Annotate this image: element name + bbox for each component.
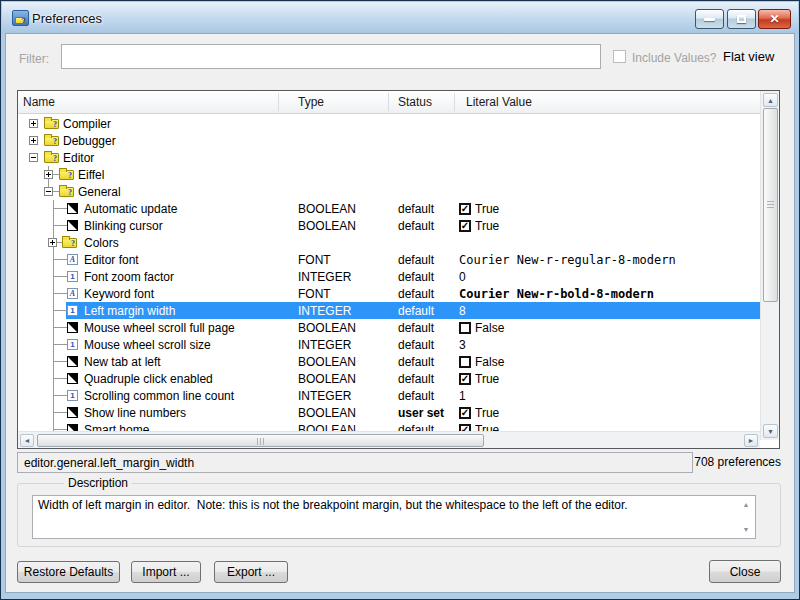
boolean-type-icon (67, 220, 78, 231)
minimize-button[interactable] (695, 9, 724, 29)
scroll-down-icon[interactable]: ▼ (739, 523, 753, 536)
column-header-literal-value[interactable]: Literal Value (466, 95, 532, 109)
preference-name: Keyword font (84, 287, 154, 301)
tree-header: Name Type Status Literal Value (18, 91, 760, 114)
checked-checkbox-icon[interactable]: ✓ (459, 373, 471, 385)
include-values-checkbox[interactable] (613, 50, 626, 63)
preference-value: Courier New-r-bold-8-modern (459, 285, 654, 302)
tree-row[interactable]: ?Eiffel (18, 166, 760, 183)
column-separator[interactable] (388, 93, 389, 111)
tree-row[interactable]: Smart homeBOOLEANdefault✓True (18, 421, 760, 431)
description-text-area[interactable]: Width of left margin in editor. Note: th… (32, 495, 756, 539)
maximize-button[interactable] (727, 9, 756, 29)
expand-icon[interactable] (48, 238, 57, 247)
preference-value: 0 (459, 268, 466, 285)
window-title: Preferences (32, 11, 102, 26)
export-button[interactable]: Export ... (214, 561, 288, 583)
close-button[interactable]: ✕ (758, 9, 791, 29)
preference-name: Scrolling common line count (84, 389, 234, 403)
integer-type-icon: 1 (67, 271, 78, 282)
tree-row[interactable]: Quadruple click enabledBOOLEANdefault✓Tr… (18, 370, 760, 387)
preference-value: 1 (459, 387, 466, 404)
tree-row[interactable]: ?Colors (18, 234, 760, 251)
tree-connector-line (53, 208, 68, 209)
preference-type: INTEGER (298, 304, 351, 318)
preference-name: Smart home (84, 423, 149, 431)
checked-checkbox-icon[interactable]: ✓ (459, 424, 471, 432)
filter-input[interactable] (61, 44, 601, 69)
scroll-down-icon[interactable]: ▼ (763, 424, 778, 438)
column-separator[interactable] (278, 93, 279, 111)
preference-type: BOOLEAN (298, 219, 356, 233)
preference-value: 8 (459, 302, 466, 319)
preference-type: BOOLEAN (298, 406, 356, 420)
collapse-icon[interactable] (44, 187, 53, 196)
tree-row[interactable]: ?Debugger (18, 132, 760, 149)
tree-row[interactable]: Show line numbersBOOLEANuser set✓True (18, 404, 760, 421)
preference-status: default (398, 338, 434, 352)
checked-checkbox-icon[interactable]: ✓ (459, 220, 471, 232)
checked-checkbox-icon[interactable]: ✓ (459, 407, 471, 419)
scroll-right-icon[interactable]: ► (744, 434, 758, 447)
horizontal-scrollbar-thumb[interactable] (37, 434, 484, 447)
tree-row[interactable]: ?General (18, 183, 760, 200)
tree-row[interactable]: Blinking cursorBOOLEANdefault✓True (18, 217, 760, 234)
unchecked-checkbox-icon[interactable] (459, 322, 471, 334)
preference-name: Compiler (63, 117, 111, 131)
tree-connector-line (53, 361, 68, 362)
unchecked-checkbox-icon[interactable] (459, 356, 471, 368)
column-separator[interactable] (454, 93, 455, 111)
preference-name: Colors (84, 236, 119, 250)
boolean-type-icon (67, 203, 78, 214)
close-icon: ✕ (769, 13, 779, 25)
preference-status: default (398, 287, 434, 301)
expand-icon[interactable] (29, 136, 38, 145)
tree-row[interactable]: 1Mouse wheel scroll sizeINTEGERdefault3 (18, 336, 760, 353)
title-bar[interactable]: ? Preferences (2, 2, 798, 33)
tree-row[interactable]: 1Left margin widthINTEGERdefault8 (18, 302, 760, 319)
checked-checkbox-icon[interactable]: ✓ (459, 203, 471, 215)
tree-connector-line (53, 293, 68, 294)
horizontal-scrollbar[interactable]: ◄ ► (18, 431, 760, 448)
tree-row[interactable]: AEditor fontFONTdefaultCourier New-r-reg… (18, 251, 760, 268)
tree-row[interactable]: Mouse wheel scroll full pageBOOLEANdefau… (18, 319, 760, 336)
tree-row[interactable]: 1Scrolling common line countINTEGERdefau… (18, 387, 760, 404)
tree-connector-line (53, 344, 68, 345)
maximize-icon (737, 15, 746, 23)
scroll-left-icon[interactable]: ◄ (20, 434, 34, 447)
vertical-scrollbar[interactable]: ▲ ▼ (760, 91, 779, 440)
preference-name: Editor (63, 151, 94, 165)
preferences-window: ? Preferences ✕ Filter: Include Values? … (0, 0, 800, 600)
import-button[interactable]: Import ... (131, 561, 201, 583)
preference-name: Mouse wheel scroll size (84, 338, 211, 352)
preference-name: Blinking cursor (84, 219, 163, 233)
column-header-status[interactable]: Status (398, 95, 432, 109)
preference-value: False (459, 353, 504, 370)
vertical-scrollbar-thumb[interactable] (763, 108, 778, 302)
expand-icon[interactable] (44, 170, 53, 179)
preference-name: Font zoom factor (84, 270, 174, 284)
tree-row[interactable]: AKeyword fontFONTdefaultCourier New-r-bo… (18, 285, 760, 302)
close-dialog-button[interactable]: Close (709, 560, 781, 583)
tree-row[interactable]: 1Font zoom factorINTEGERdefault0 (18, 268, 760, 285)
restore-defaults-button[interactable]: Restore Defaults (17, 561, 120, 583)
description-group: Description Width of left margin in edit… (17, 483, 781, 547)
scroll-up-icon[interactable]: ▲ (763, 93, 778, 107)
preference-value: 3 (459, 336, 466, 353)
tree-connector-line (53, 259, 68, 260)
column-header-type[interactable]: Type (298, 95, 324, 109)
column-header-name[interactable]: Name (23, 95, 55, 109)
tree-row[interactable]: ?Editor (18, 149, 760, 166)
scroll-up-icon[interactable]: ▲ (739, 498, 753, 511)
expand-icon[interactable] (29, 119, 38, 128)
tree-row[interactable]: New tab at leftBOOLEANdefaultFalse (18, 353, 760, 370)
tree-connector-line (53, 395, 68, 396)
tree-row[interactable]: ?Compiler (18, 115, 760, 132)
boolean-type-icon (67, 424, 78, 431)
collapse-icon[interactable] (29, 153, 38, 162)
include-values-label: Include Values? (632, 51, 717, 65)
flat-view-label[interactable]: Flat view (723, 49, 774, 64)
preference-value: Courier New-r-regular-8-modern (459, 251, 676, 268)
selected-preference-path: editor.general.left_margin_width (24, 456, 194, 470)
tree-row[interactable]: Automatic updateBOOLEANdefault✓True (18, 200, 760, 217)
